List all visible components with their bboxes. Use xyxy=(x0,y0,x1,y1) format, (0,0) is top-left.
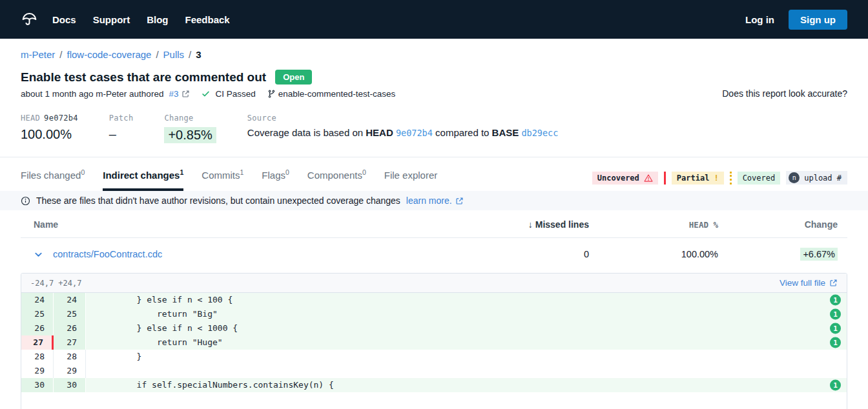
external-link-icon xyxy=(181,90,190,98)
code-line: } xyxy=(86,350,847,364)
coverage-legend: Uncovered Partial ! Covered n upload # xyxy=(592,171,847,191)
base-line-number: 25 xyxy=(21,307,54,321)
nav-right: Log in Sign up xyxy=(745,10,847,30)
breadcrumb-repo-link[interactable]: flow-code-coverage xyxy=(67,49,152,60)
source-head-sha-link[interactable]: 9e072b4 xyxy=(396,128,433,138)
warning-triangle-icon xyxy=(644,174,653,183)
pull-title: Enable test cases that are commented out xyxy=(21,70,266,85)
code-line: return "Big" xyxy=(86,307,847,321)
base-line-number-uncovered: 27 xyxy=(21,335,54,350)
pull-meta-row: about 1 month ago m-Peter authored #3 CI… xyxy=(21,88,847,99)
upload-count-badge[interactable]: 1 xyxy=(830,380,841,391)
breadcrumb-pulls-link[interactable]: Pulls xyxy=(163,49,185,60)
external-link-icon xyxy=(829,279,838,287)
pull-title-row: Enable test cases that are commented out… xyxy=(21,70,847,85)
tab-indirect-changes[interactable]: Indirect changes1 xyxy=(103,157,183,191)
code-line xyxy=(86,364,847,378)
diff-line: 30 30 if self.specialNumbers.containsKey… xyxy=(21,378,847,392)
patch-coverage-value: – xyxy=(109,127,134,142)
upload-count-badge[interactable]: 1 xyxy=(830,323,841,334)
column-header-name[interactable]: Name xyxy=(34,219,437,230)
breadcrumb-separator: / xyxy=(59,49,62,60)
tab-commits[interactable]: Commits1 xyxy=(202,157,243,191)
breadcrumb-current-pull: 3 xyxy=(196,49,201,60)
check-icon xyxy=(202,90,210,98)
head-line-number: 26 xyxy=(54,321,86,335)
file-name-link[interactable]: contracts/FooContract.cdc xyxy=(53,249,162,259)
source-stat: Source Coverage data is based on HEAD 9e… xyxy=(247,114,559,138)
change-label: Change xyxy=(164,114,216,123)
legend-upload: n upload # xyxy=(786,171,847,185)
diff-line: 29 29 xyxy=(21,364,847,378)
code-line: if self.specialNumbers.containsKey(n) { xyxy=(86,378,847,392)
chevron-down-icon[interactable] xyxy=(34,250,43,259)
signup-button[interactable]: Sign up xyxy=(789,10,847,30)
coverage-summary: HEAD9e072b4 100.00% Patch – Change +0.85… xyxy=(21,114,847,143)
source-head-word: HEAD xyxy=(366,127,393,138)
learn-more-link[interactable]: learn more. xyxy=(406,195,464,206)
file-row: contracts/FooContract.cdc 0 100.00% +6.6… xyxy=(21,238,847,270)
base-line-number: 30 xyxy=(21,378,54,392)
head-sha: 9e072b4 xyxy=(44,114,78,123)
head-coverage-stat: HEAD9e072b4 100.00% xyxy=(21,114,78,142)
source-base-word: BASE xyxy=(492,127,519,138)
column-header-head-percent[interactable]: HEAD % xyxy=(589,220,718,230)
base-line-number: 28 xyxy=(21,350,54,364)
breadcrumb-owner-link[interactable]: m-Peter xyxy=(21,49,55,60)
head-line-number: 28 xyxy=(54,350,86,364)
nav-link-docs[interactable]: Docs xyxy=(52,14,76,25)
change-coverage-value: +0.85% xyxy=(164,127,216,143)
upload-count-badge[interactable]: 1 xyxy=(830,309,841,320)
partial-mark-icon: ! xyxy=(714,174,718,183)
codecov-umbrella-logo-icon[interactable] xyxy=(21,11,38,28)
change-coverage-stat: Change +0.85% xyxy=(164,114,216,143)
breadcrumb-separator: / xyxy=(156,49,158,60)
head-percent-value: 100.00% xyxy=(589,249,718,259)
diff-line: 26 26 } else if n < 1000 { 1 xyxy=(21,321,847,335)
source-label: Source xyxy=(247,114,559,123)
base-line-number: 29 xyxy=(21,364,54,378)
nav-link-blog[interactable]: Blog xyxy=(147,14,168,25)
column-header-missed-lines[interactable]: ↓ Missed lines xyxy=(437,219,589,230)
patch-label: Patch xyxy=(109,114,134,123)
nav-link-feedback[interactable]: Feedback xyxy=(185,14,230,25)
source-description: Coverage data is based on HEAD 9e072b4 c… xyxy=(247,127,559,138)
tab-components[interactable]: Components0 xyxy=(307,157,366,191)
tabs-row: Files changed0 Indirect changes1 Commits… xyxy=(21,157,847,191)
code-line: return "Huge" xyxy=(86,335,847,350)
tab-flags[interactable]: Flags0 xyxy=(262,157,289,191)
partial-bar-sample xyxy=(730,172,732,185)
code-line: } else if n < 100 { xyxy=(86,293,847,307)
sort-desc-icon: ↓ xyxy=(528,219,533,230)
hunk-range: -24,7 +24,7 xyxy=(30,279,81,288)
head-line-number: 25 xyxy=(54,307,86,321)
upload-count-icon: n xyxy=(789,172,800,183)
tab-files-changed[interactable]: Files changed0 xyxy=(21,157,85,191)
tab-file-explorer[interactable]: File explorer xyxy=(384,157,438,191)
column-header-change[interactable]: Change xyxy=(718,219,838,230)
missed-lines-value: 0 xyxy=(437,249,589,259)
head-label: HEAD xyxy=(21,114,40,123)
diff-line: 25 25 return "Big" 1 xyxy=(21,307,847,321)
head-line-number: 27 xyxy=(54,335,86,350)
legend-partial: Partial ! xyxy=(672,172,724,185)
head-coverage-value: 100.00% xyxy=(21,127,78,142)
source-base-sha-link[interactable]: db29ecc xyxy=(521,128,558,138)
code-line: } else if n < 1000 { xyxy=(86,321,847,335)
nav-link-support[interactable]: Support xyxy=(93,14,130,25)
pull-number-link[interactable]: #3 xyxy=(169,89,190,99)
info-icon xyxy=(21,196,30,206)
head-line-number: 29 xyxy=(54,364,86,378)
breadcrumb: m-Peter / flow-code-coverage / Pulls / 3 xyxy=(21,49,847,60)
branch-name: enable-commented-test-cases xyxy=(278,89,396,99)
upload-count-badge[interactable]: 1 xyxy=(830,295,841,306)
base-line-number: 26 xyxy=(21,321,54,335)
diff-line: 24 24 } else if n < 100 { 1 xyxy=(21,293,847,307)
login-link[interactable]: Log in xyxy=(745,14,774,25)
head-line-number: 30 xyxy=(54,378,86,392)
view-full-file-link[interactable]: View full file xyxy=(780,278,838,288)
upload-count-badge[interactable]: 1 xyxy=(830,337,841,348)
change-value: +6.67% xyxy=(800,248,838,261)
diff-header: -24,7 +24,7 View full file xyxy=(21,274,847,293)
main-content: m-Peter / flow-code-coverage / Pulls / 3… xyxy=(0,49,868,409)
